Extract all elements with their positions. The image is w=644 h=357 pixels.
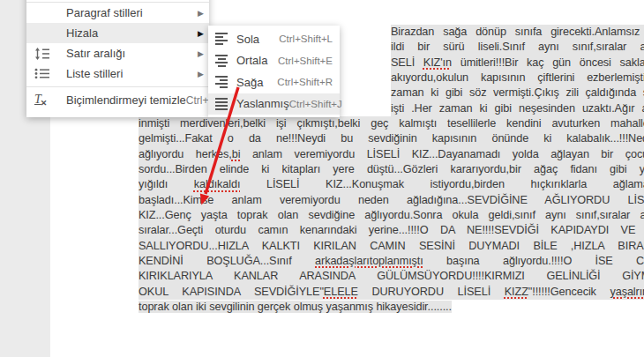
document-text-line: işti .Her zaman ki gibi neşesinden uzakt…	[391, 101, 644, 116]
menu-item-line-spacing[interactable]: Satır aralığı ▶	[26, 43, 209, 63]
align-center-icon	[215, 55, 229, 67]
submenu-item-shortcut: Ctrl+Shift+J	[289, 99, 342, 109]
text-segment: KENDİNİ BOŞLUĞA...Sınıf	[139, 255, 315, 267]
document-text-line: toprak olan iki sevgilinin gerçek olmuş …	[139, 300, 644, 315]
misspelled-word: ELELE	[324, 286, 358, 298]
align-submenu: Sola Ctrl+Shift+L Ortala Ctrl+Shift+E Sa…	[208, 26, 340, 117]
text-segment: sıralar...Geçti oturdu camın kenarındaki…	[139, 224, 644, 236]
document-text-line: SELİ KIZ'ın ümitleri!!!Bir kaç gün önces…	[391, 56, 644, 71]
menu-item-paragraph-styles[interactable]: Paragraf stilleri ▶	[26, 3, 209, 23]
text-segment: başladı...Kimse anlam veremiyordu neden …	[139, 194, 644, 206]
document-text-line: ağlıyordu herkes,bi anlam veremiyordu Lİ…	[139, 147, 644, 162]
misspelled-word: yaşalrında	[610, 286, 644, 298]
menu-item-label: Paragraf stilleri	[66, 6, 198, 19]
text-segment: Birazdan sağa dönüp sınıfa girecekti.Anl…	[391, 26, 644, 38]
text-segment: SALLIYORDU...HIZLA KALKTI KIRILAN CAMIN …	[139, 240, 644, 252]
chevron-right-icon: ▶	[198, 9, 204, 18]
align-right-icon	[215, 76, 229, 88]
menu-item-align[interactable]: Hizala ▶	[26, 23, 209, 43]
misspelled-word: arkadaşlarıtoplanmıştı	[315, 255, 423, 267]
clear-formatting-icon: T✕	[34, 93, 59, 108]
document-text-line: SALLIYORDU...HIZLA KALKTI KIRILAN CAMIN …	[139, 239, 644, 254]
text-segment: inmişti merdivenleri,belki işi çıkmıştı,…	[139, 117, 644, 130]
format-context-menu: Paragraf stilleri ▶ Hizala ▶ Satır aralı…	[26, 0, 209, 117]
text-segment: yığıldı	[139, 178, 194, 190]
misspelled-word: bi	[232, 148, 241, 160]
document-text-line: başladı...Kimse anlam veremiyordu neden …	[139, 193, 644, 208]
text-segment: SELİ	[391, 56, 423, 69]
document-text-line: KENDİNİ BOŞLUĞA...Sınıf arkadaşlarıtopla…	[139, 254, 644, 269]
submenu-item-label: Sağa	[236, 76, 277, 89]
submenu-item-label: Ortala	[236, 54, 278, 67]
text-segment: işti .Her zaman ki gibi neşesinden uzakt…	[391, 102, 644, 115]
submenu-item-label: Yaslanmış	[236, 97, 289, 110]
submenu-item-label: Sola	[236, 33, 279, 46]
document-text-line: sordu...Birden elinde ki kitapları yere …	[139, 162, 644, 177]
text-segment: KIRIKLARIYLA KANLAR ARASINDA GÜLÜMSÜYORD…	[139, 270, 644, 282]
document-text-line: ildi bir sürü liseli.Sınıf aynı sınıf,sı…	[391, 40, 644, 55]
submenu-item-align-center[interactable]: Ortala Ctrl+Shift+E	[208, 50, 340, 72]
misspelled-word: kaldıkaldı	[194, 178, 241, 190]
submenu-item-shortcut: Ctrl+Shift+L	[279, 33, 333, 44]
document-text-line: KIZ...Genç yaşta toprak olan sevdiğine a…	[139, 208, 644, 223]
document-text-line: zaman ki gibi söz vermişti.Çıkış zili ça…	[391, 86, 644, 100]
chevron-right-icon: ▶	[198, 29, 204, 38]
document-text-line: OKUL KAPISINDA SEVDİĞİYLE"ELELE DURUYORD…	[139, 285, 644, 300]
text-segment: "!!!!!!Gencecik	[528, 286, 610, 298]
list-icon	[34, 68, 59, 79]
text-segment: ümitleri!!!Bir kaç gün öncesi saklandı	[452, 56, 644, 69]
text-segment: toprak olan iki sevgilinin gerçek olmuş …	[139, 301, 452, 313]
document-text-line: Birazdan sağa dönüp sınıfa girecekti.Anl…	[391, 25, 644, 40]
document-text-fragments: Birazdan sağa dönüp sınıfa girecekti.Anl…	[391, 25, 644, 116]
text-segment: OKUL KAPISINDA SEVDİĞİYLE"	[139, 286, 324, 298]
document-text-line: inmişti merdivenleri,belki işi çıkmıştı,…	[139, 116, 644, 131]
menu-item-list-styles[interactable]: Liste stilleri ▶	[26, 63, 209, 84]
misspelled-word: KIZ'ın	[423, 56, 452, 69]
text-segment: DURUYORDU LİSELİ	[358, 286, 505, 298]
submenu-item-align-justify[interactable]: Yaslanmış Ctrl+Shift+J	[208, 93, 340, 115]
text-segment: KIZ...Genç yaşta toprak olan sevdiğine a…	[139, 209, 644, 221]
document-text-line: gelmişti...Fakat o da ne!!!Neydi bu sevd…	[139, 131, 644, 146]
text-segment: gelmişti...Fakat o da ne!!!Neydi bu sevd…	[139, 132, 644, 145]
align-left-icon	[215, 33, 229, 45]
chevron-right-icon: ▶	[198, 49, 204, 58]
document-text-line: sıralar...Geçti oturdu camın kenarındaki…	[139, 223, 644, 238]
text-segment: ildi bir sürü liseli.Sınıf aynı sınıf,sı…	[391, 41, 644, 53]
menu-item-clear-formatting[interactable]: T✕ Biçimlendirmeyi temizle Ctrl+\	[26, 90, 209, 110]
text-segment: sordu...Birden elinde ki kitapları yere …	[139, 163, 644, 175]
document-text-line: akıyordu,okulun kapısının çiftlerini ezb…	[391, 71, 644, 86]
text-segment: LİSELİ KIZ...Konuşmak istiyordu,birden h…	[240, 178, 644, 190]
text-segment: zaman ki gibi söz vermişti.Çıkış zili ça…	[391, 86, 644, 99]
menu-item-label: Liste stilleri	[66, 67, 198, 80]
document-text: inmişti merdivenleri,belki işi çıkmıştı,…	[139, 116, 644, 315]
submenu-item-shortcut: Ctrl+Shift+R	[277, 77, 333, 87]
chevron-right-icon: ▶	[198, 70, 204, 78]
text-segment: akıyordu,okulun kapısının çiftlerini ezb…	[391, 71, 644, 84]
submenu-item-align-left[interactable]: Sola Ctrl+Shift+L	[208, 28, 340, 50]
menu-item-label: Hizala	[66, 26, 198, 40]
submenu-item-align-right[interactable]: Sağa Ctrl+Shift+R	[208, 71, 340, 93]
menu-item-label: Satır aralığı	[66, 47, 198, 60]
text-segment: ağlıyordu herkes,	[139, 148, 232, 160]
misspelled-word: KIZZ	[505, 286, 528, 298]
document-text-line: KIRIKLARIYLA KANLAR ARASINDA GÜLÜMSÜYORD…	[139, 269, 644, 284]
align-justify-icon	[215, 98, 229, 110]
text-segment: anlam veremiyordu LİSELİ KIZ...Dayanamad…	[240, 148, 644, 160]
submenu-item-shortcut: Ctrl+Shift+E	[278, 56, 333, 66]
menu-item-label: Biçimlendirmeyi temizle	[66, 93, 186, 107]
text-segment: başına ağlıyordu.!!!!O İSE CAM	[423, 255, 644, 267]
line-spacing-icon	[34, 48, 59, 60]
document-text-line: yığıldı kaldıkaldı LİSELİ KIZ...Konuşmak…	[139, 177, 644, 192]
